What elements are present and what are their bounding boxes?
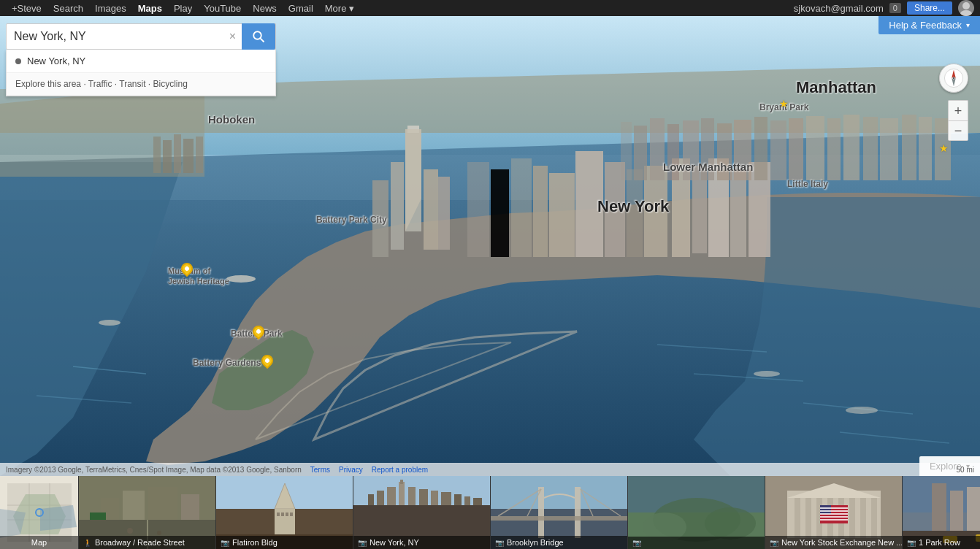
svg-rect-124 (491, 516, 628, 521)
topbar: +Steve Search Images Maps Play YouTube N… (0, 0, 980, 16)
park-row-thumb[interactable]: 📷 1 Park Row (903, 476, 980, 549)
search-button[interactable] (242, 23, 275, 50)
svg-rect-85 (123, 491, 145, 520)
chevron-down-icon: ▾ (966, 21, 970, 29)
svg-marker-80 (40, 505, 77, 531)
camera-icon-park-row: 📷 (907, 539, 916, 547)
unknown-thumb-label: 📷 (628, 537, 765, 549)
svg-rect-133 (805, 498, 811, 538)
svg-point-0 (962, 2, 970, 9)
help-feedback-bar[interactable]: Help & Feedback ▾ (878, 16, 980, 34)
svg-point-91 (157, 531, 161, 535)
location-dot-icon (15, 58, 21, 64)
avatar[interactable] (958, 0, 974, 16)
attribution-text: Imagery ©2013 Google, TerraMetrics, Cnes… (6, 466, 302, 474)
camera-icon-nyse: 📷 (770, 539, 778, 547)
svg-rect-108 (400, 480, 403, 484)
zoom-out-button[interactable]: − (948, 120, 968, 141)
nav-youtube[interactable]: YouTube (198, 0, 247, 16)
explore-label: Explore this area · Traffic · Transit · … (15, 79, 188, 89)
nav-gmail[interactable]: Gmail (283, 0, 319, 16)
svg-rect-110 (419, 489, 428, 505)
svg-rect-119 (575, 487, 581, 538)
camera-icon-brooklyn: 📷 (495, 539, 504, 547)
svg-rect-147 (820, 519, 848, 521)
broadway-reade-label: 🚶 Broadway / Reade Street (79, 536, 215, 549)
svg-point-2 (253, 31, 261, 39)
compass-icon (943, 68, 964, 88)
map-thumbnail[interactable]: Map (0, 476, 79, 549)
svg-rect-105 (377, 491, 384, 505)
nav-images[interactable]: Images (89, 0, 132, 16)
bottom-strip: Map 🚶 Broadway / Reade (0, 476, 980, 549)
share-button[interactable]: Share... (907, 1, 952, 15)
nav-search[interactable]: Search (47, 0, 89, 16)
camera-icon-unknown: 📷 (632, 539, 641, 547)
svg-line-3 (261, 39, 264, 42)
search-container: × New York, NY Explore this area · Traff… (6, 23, 276, 96)
svg-rect-104 (368, 494, 374, 505)
svg-rect-132 (795, 498, 800, 538)
nav-maps[interactable]: Maps (132, 0, 168, 16)
svg-rect-115 (473, 498, 482, 505)
dropdown-explore-item[interactable]: Explore this area · Traffic · Transit · … (7, 73, 275, 96)
compass-control[interactable] (939, 64, 968, 93)
terms-link[interactable]: Terms (310, 466, 330, 474)
report-problem-link[interactable]: Report a problem (372, 466, 428, 474)
privacy-link[interactable]: Privacy (339, 466, 363, 474)
flatiron-label: 📷 Flatiron Bldg (216, 536, 353, 549)
svg-point-90 (127, 528, 133, 534)
svg-rect-98 (281, 512, 284, 516)
svg-rect-139 (871, 498, 877, 538)
pin-bryant-park: ★ (779, 98, 789, 110)
user-email: sjkovach@gmail.com (794, 3, 884, 14)
nyse-thumb[interactable]: 📷 New York Stock Exchange New ... (765, 476, 903, 549)
broadway-reade-thumb[interactable]: 🚶 Broadway / Reade Street (79, 476, 216, 549)
dropdown-item-newyork[interactable]: New York, NY (7, 50, 275, 73)
zoom-in-button[interactable]: + (948, 100, 968, 120)
svg-rect-137 (849, 498, 855, 538)
svg-rect-143 (820, 507, 848, 509)
zoom-controls: + − (948, 100, 968, 141)
brooklyn-bridge-label: 📷 Brooklyn Bridge (491, 536, 627, 549)
svg-rect-152 (967, 487, 980, 538)
brooklyn-bridge-thumb[interactable]: 📷 Brooklyn Bridge (491, 476, 628, 549)
svg-rect-116 (491, 476, 628, 509)
svg-rect-109 (408, 487, 416, 505)
searchbox: × (6, 23, 276, 50)
camera-icon-ny: 📷 (358, 539, 367, 547)
nav-plus-steve[interactable]: +Steve (6, 0, 47, 16)
flatiron-thumb[interactable]: 📷 Flatiron Bldg (216, 476, 353, 549)
svg-point-72 (953, 77, 955, 80)
clear-button[interactable]: × (223, 27, 242, 46)
map-thumb-label: Map (0, 536, 78, 549)
notification-count[interactable]: 0 (889, 3, 901, 13)
map-water (0, 200, 980, 476)
unknown-thumb[interactable]: 📷 (628, 476, 765, 549)
newyork-thumb[interactable]: 📷 New York, NY (353, 476, 491, 549)
scale-indicator: 50 mi (957, 466, 974, 474)
svg-rect-107 (399, 482, 405, 505)
svg-rect-92 (90, 512, 106, 520)
search-input[interactable] (7, 27, 223, 46)
svg-rect-138 (860, 498, 866, 538)
nav-news[interactable]: News (247, 0, 283, 16)
svg-rect-99 (286, 512, 288, 516)
svg-rect-145 (820, 513, 848, 515)
nyse-label: 📷 New York Stock Exchange New ... (765, 536, 902, 549)
street-view-icon: 🚶 (83, 539, 92, 547)
svg-rect-118 (538, 487, 544, 538)
svg-rect-114 (464, 496, 470, 505)
park-row-label: 📷 1 Park Row (903, 536, 980, 549)
svg-rect-111 (431, 491, 438, 505)
svg-rect-113 (454, 494, 462, 505)
svg-rect-87 (181, 494, 199, 520)
svg-point-129 (705, 507, 756, 540)
svg-rect-142 (820, 505, 831, 514)
nav-play[interactable]: Play (168, 0, 198, 16)
nav-more[interactable]: More ▾ (319, 0, 360, 16)
svg-rect-144 (820, 510, 848, 512)
svg-point-1 (960, 10, 972, 16)
svg-rect-146 (820, 516, 848, 518)
svg-rect-97 (277, 512, 280, 516)
